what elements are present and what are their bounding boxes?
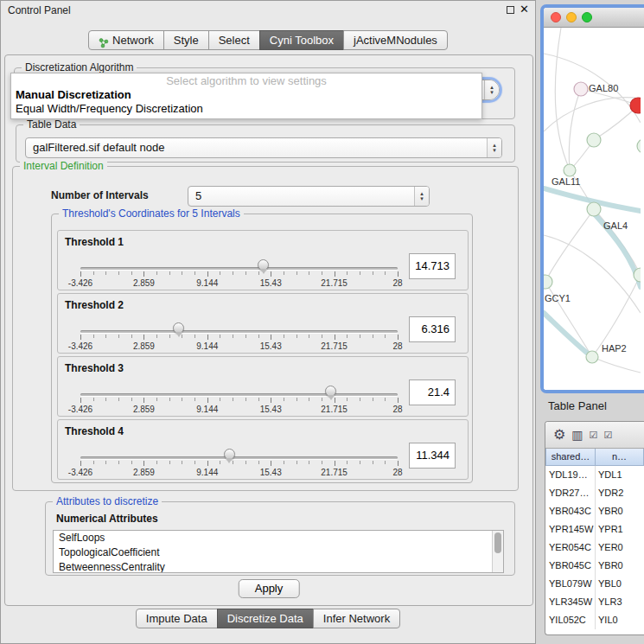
- threshold-value-field[interactable]: 11.344: [409, 443, 456, 469]
- table-panel-title: Table Panel: [548, 399, 607, 412]
- slider-tick: [373, 335, 373, 338]
- table-row[interactable]: YBR045CYBR0: [545, 557, 644, 575]
- network-edge[interactable]: [592, 357, 641, 373]
- network-node[interactable]: [564, 164, 576, 176]
- network-node[interactable]: [544, 275, 552, 289]
- network-node[interactable]: [630, 98, 641, 113]
- tab-impute-data[interactable]: Impute Data: [136, 609, 218, 628]
- threshold-label: Threshold 2: [65, 299, 124, 311]
- slider-track[interactable]: [80, 267, 398, 270]
- tab-jactivemnodules[interactable]: jActiveMNodules: [343, 30, 448, 50]
- close-icon[interactable]: ✕: [520, 3, 529, 16]
- network-edge-highlighted[interactable]: [544, 313, 592, 357]
- slider-track[interactable]: [80, 456, 398, 459]
- network-edge[interactable]: [594, 105, 638, 140]
- cell-shared-name: YBR045C: [545, 557, 596, 575]
- slider-tick: [360, 398, 360, 401]
- cell-shared-name: YLR345W: [545, 593, 596, 611]
- table-row[interactable]: YBR043CYBR0: [545, 502, 644, 520]
- select-nodes-checkbox-icon[interactable]: ☑: [590, 430, 598, 440]
- table-row[interactable]: YLR345WYLR3: [545, 593, 644, 611]
- network-node[interactable]: [586, 351, 598, 363]
- slider-tick: [385, 461, 386, 464]
- threshold-value-field[interactable]: 14.713: [409, 253, 456, 279]
- tab-discretize-data[interactable]: Discretize Data: [217, 609, 314, 628]
- slider-tick: [258, 271, 259, 275]
- cell-shared-name: YER054C: [545, 539, 596, 557]
- attributes-group-title: Attributes to discretize: [53, 495, 162, 507]
- table-row[interactable]: YDL19…YDL1: [545, 466, 644, 484]
- slider-track[interactable]: [80, 330, 398, 333]
- slider-tick-label: 15.43: [260, 278, 282, 288]
- slider-tick: [284, 461, 284, 464]
- attributes-group: Attributes to discretize Numerical Attri…: [45, 501, 515, 576]
- threshold-box-3: Threshold 3-3.4262.8599.14415.4321.71528…: [57, 356, 469, 417]
- tab-label: Infer Network: [323, 609, 390, 628]
- tab-select[interactable]: Select: [208, 30, 260, 50]
- algorithm-option-manual-discretization[interactable]: Manual Discretization: [11, 88, 481, 102]
- network-node[interactable]: [574, 82, 588, 96]
- algorithm-option-equal-width-frequency-discretization[interactable]: Equal Width/Frequency Discretization: [11, 102, 481, 116]
- algorithm-placeholder: Select algorithm to view settings: [11, 73, 481, 88]
- table-header-row: shared… n…: [545, 449, 644, 466]
- threshold-value-field[interactable]: 21.4: [409, 379, 456, 405]
- zoom-button[interactable]: [582, 12, 592, 22]
- slider-tick-label: 15.43: [260, 405, 282, 414]
- slider-thumb[interactable]: [224, 449, 235, 460]
- network-canvas[interactable]: GAL80GAL11GAL4GCY1HAP2: [544, 28, 641, 390]
- table-row[interactable]: YDR27…YDR2: [545, 484, 644, 502]
- list-item-selfloops[interactable]: SelfLoops: [54, 531, 503, 545]
- table-row[interactable]: YIL052CYIL0: [545, 611, 644, 629]
- network-node[interactable]: [587, 133, 601, 147]
- slider-tick: [169, 461, 170, 464]
- float-window-icon[interactable]: [507, 6, 514, 14]
- threshold-value-field[interactable]: 6.316: [409, 316, 456, 342]
- table-row[interactable]: YPR145WYPR1: [545, 520, 644, 539]
- column-header-name[interactable]: n…: [596, 449, 644, 466]
- numerical-attributes-list[interactable]: SelfLoopsTopologicalCoefficientBetweenne…: [53, 530, 504, 573]
- columns-icon[interactable]: ▥: [571, 429, 583, 441]
- slider-tick-label: 21.715: [321, 405, 348, 414]
- column-header-shared-name[interactable]: shared…: [545, 449, 596, 466]
- minimize-button[interactable]: [566, 12, 577, 22]
- num-intervals-select[interactable]: 5 ▴▾: [188, 186, 430, 207]
- table-row[interactable]: YER054CYER0: [545, 539, 644, 557]
- apply-button[interactable]: Apply: [239, 579, 300, 598]
- gear-icon[interactable]: ⚙: [553, 428, 565, 442]
- slider-tick-label: -3.426: [68, 405, 92, 414]
- slider-tick: [271, 271, 271, 277]
- slider-tick: [271, 335, 271, 340]
- select-edges-checkbox-icon[interactable]: ☑: [603, 430, 612, 440]
- slider-tick: [105, 398, 106, 401]
- tab-label: Select: [219, 31, 250, 49]
- table-data-select[interactable]: galFiltered.sif default node ▴▾: [25, 137, 502, 158]
- table-row[interactable]: YBL079WYBL0: [545, 575, 644, 593]
- network-window-titlebar[interactable]: [544, 8, 644, 28]
- close-button[interactable]: [551, 12, 561, 22]
- slider-tick: [93, 335, 94, 338]
- scrollbar-thumb[interactable]: [494, 532, 501, 553]
- tab-cyni-toolbox[interactable]: Cyni Toolbox: [259, 30, 344, 50]
- network-node[interactable]: [637, 139, 641, 153]
- list-scrollbar[interactable]: [492, 531, 503, 572]
- tab-label: Style: [174, 31, 199, 49]
- slider-tick-label: 2.859: [133, 278, 155, 288]
- slider-track[interactable]: [80, 393, 398, 396]
- slider-tick: [335, 461, 335, 466]
- tab-style[interactable]: Style: [163, 30, 209, 50]
- tab-network[interactable]: Network: [88, 30, 164, 50]
- control-panel-titlebar[interactable]: Control Panel ✕: [1, 1, 535, 20]
- combo-arrows-icon: ▴▾: [487, 138, 501, 157]
- slider-tick: [105, 461, 106, 464]
- list-item-topologicalcoefficient[interactable]: TopologicalCoefficient: [54, 545, 503, 560]
- slider-tick: [143, 461, 144, 466]
- network-edge[interactable]: [545, 209, 594, 282]
- network-edge[interactable]: [544, 98, 641, 131]
- slider-tick: [245, 271, 246, 275]
- list-item-betweennesscentrality[interactable]: BetweennessCentrality: [54, 560, 503, 573]
- slider-tick: [296, 271, 297, 275]
- tab-infer-network[interactable]: Infer Network: [313, 609, 400, 628]
- network-edge[interactable]: [569, 89, 581, 170]
- network-node[interactable]: [587, 202, 601, 216]
- network-edge[interactable]: [555, 28, 570, 169]
